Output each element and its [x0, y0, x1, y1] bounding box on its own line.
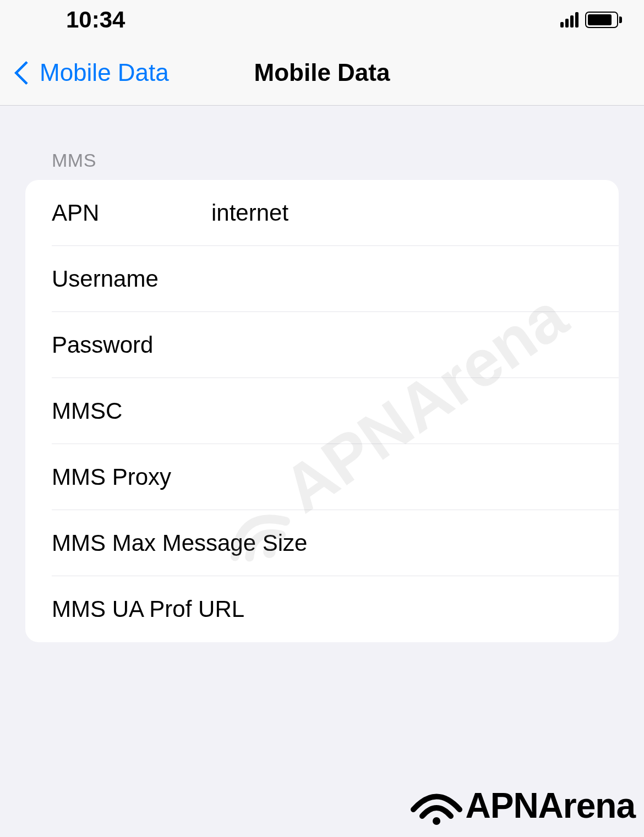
wifi-icon: [409, 786, 464, 825]
mms-proxy-row[interactable]: MMS Proxy: [25, 444, 619, 510]
mms-proxy-label: MMS Proxy: [52, 464, 211, 490]
username-label: Username: [52, 266, 211, 292]
settings-group: APN Username Password MMSC MMS P: [25, 180, 619, 642]
status-bar: 10:34: [0, 0, 644, 40]
footer-brand-text: APNArena: [465, 785, 635, 826]
mms-ua-prof-row[interactable]: MMS UA Prof URL: [25, 576, 619, 642]
mms-ua-prof-label: MMS UA Prof URL: [52, 596, 592, 622]
status-time: 10:34: [66, 7, 125, 33]
mmsc-label: MMSC: [52, 398, 211, 424]
mmsc-field[interactable]: [211, 398, 592, 424]
apn-label: APN: [52, 200, 211, 226]
mms-proxy-field[interactable]: [211, 464, 592, 490]
content-area: MMS APN Username Password MMSC: [0, 106, 644, 642]
apn-field[interactable]: [211, 200, 592, 226]
password-field[interactable]: [211, 332, 592, 358]
back-button[interactable]: Mobile Data: [0, 59, 169, 86]
status-indicators: [560, 12, 622, 28]
svg-point-1: [433, 817, 440, 825]
page-title: Mobile Data: [254, 59, 390, 86]
username-row[interactable]: Username: [25, 246, 619, 312]
mmsc-row[interactable]: MMSC: [25, 378, 619, 444]
mms-max-size-row[interactable]: MMS Max Message Size: [25, 510, 619, 576]
username-field[interactable]: [211, 266, 592, 292]
back-label: Mobile Data: [40, 59, 169, 86]
section-header: MMS: [25, 150, 619, 180]
chevron-back-icon: [13, 62, 26, 84]
battery-icon: [585, 12, 622, 28]
cellular-signal-icon: [560, 12, 578, 28]
password-row[interactable]: Password: [25, 312, 619, 378]
footer-brand: APNArena: [409, 785, 635, 826]
navigation-bar: Mobile Data Mobile Data: [0, 40, 644, 106]
mms-max-size-label: MMS Max Message Size: [52, 530, 592, 556]
apn-row[interactable]: APN: [25, 180, 619, 246]
password-label: Password: [52, 332, 211, 358]
